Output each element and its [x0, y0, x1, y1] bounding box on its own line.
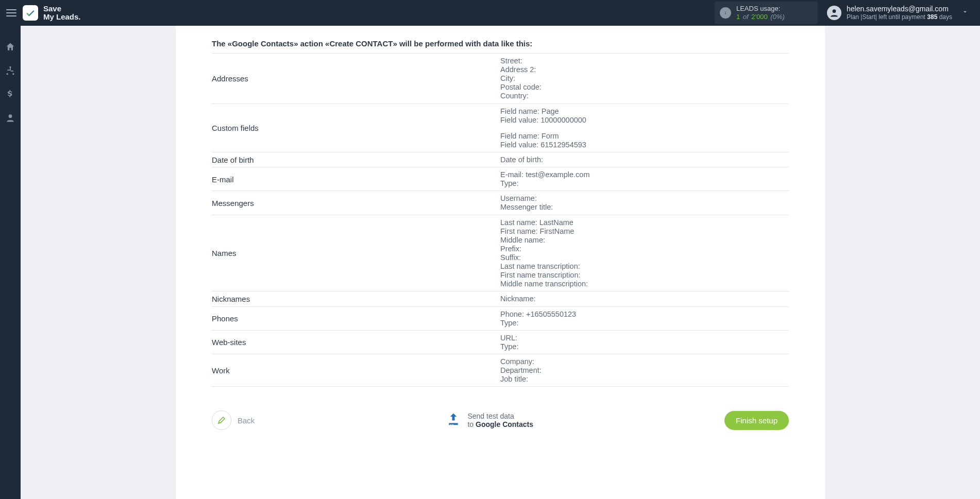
row-value-line: Type:: [500, 342, 789, 351]
brand-text: Save My Leads.: [43, 5, 81, 21]
brand-line1: Save: [43, 4, 61, 13]
row-label: Messengers: [212, 194, 500, 212]
upload-icon: [446, 411, 461, 429]
pencil-icon: [212, 410, 231, 430]
row-value-line: First name transcription:: [500, 271, 789, 280]
leads-pct: (0%): [770, 13, 784, 21]
row-values: Company:Department:Job title:: [500, 357, 789, 384]
action-preview-heading: The «Google Contacts» action «Create CON…: [212, 39, 789, 54]
row-value-line: Field value: 61512954593: [500, 141, 789, 149]
leads-title: LEADS usage:: [736, 5, 785, 13]
row-value-line: E-mail: test@example.com: [500, 170, 789, 179]
finish-setup-button[interactable]: Finish setup: [724, 411, 789, 430]
row-value-line: Field value: 10000000000: [500, 116, 789, 125]
plan-days-num: 385: [927, 13, 937, 21]
plan-prefix: Plan |Start| left until payment: [847, 13, 927, 21]
row-value-line: Field name: Form: [500, 132, 789, 141]
leads-used: 1: [736, 13, 740, 21]
row-values: Last name: LastNameFirst name: FirstName…: [500, 218, 789, 289]
sidebar-connections-icon[interactable]: [5, 65, 16, 76]
topbar: Save My Leads. LEADS usage: 1 of 2'000 (…: [0, 0, 980, 26]
preview-row: Web-sitesURL:Type:: [212, 331, 789, 354]
brand[interactable]: Save My Leads.: [23, 5, 81, 21]
row-value-line: Job title:: [500, 375, 789, 384]
preview-row: NicknamesNickname:: [212, 291, 789, 306]
preview-row: Date of birthDate of birth:: [212, 152, 789, 167]
preview-row: PhonesPhone: +16505550123Type:: [212, 307, 789, 331]
row-value-line: URL:: [500, 334, 789, 342]
row-value-line: Date of birth:: [500, 156, 789, 164]
svg-point-1: [9, 114, 12, 118]
row-label: Work: [212, 357, 500, 384]
row-value-line: Type:: [500, 319, 789, 328]
row-value-line: Messenger title:: [500, 203, 789, 212]
back-label: Back: [238, 416, 255, 425]
leads-text: LEADS usage: 1 of 2'000 (0%): [736, 5, 785, 22]
user-text: helen.savemyleads@gmail.com Plan |Start|…: [847, 5, 952, 22]
chevron-down-icon[interactable]: [961, 8, 969, 18]
user-avatar-icon: [827, 6, 841, 20]
test-line1: Send test data: [467, 412, 533, 420]
sidebar-account-icon[interactable]: [5, 112, 16, 124]
sidebar: [0, 26, 21, 499]
sidebar-billing-icon[interactable]: [5, 89, 16, 100]
row-value-line: Middle name:: [500, 236, 789, 245]
row-label: E-mail: [212, 170, 500, 188]
row-label: Names: [212, 218, 500, 289]
row-value-line: Company:: [500, 357, 789, 366]
test-text: Send test data to Google Contacts: [467, 412, 533, 428]
row-value-line: First name: FirstName: [500, 227, 789, 236]
row-value-line: Type:: [500, 179, 789, 188]
main-content: The «Google Contacts» action «Create CON…: [21, 26, 980, 499]
user-email: helen.savemyleads@gmail.com: [847, 5, 952, 14]
row-label: Phones: [212, 310, 500, 328]
test-target: Google Contacts: [476, 420, 533, 428]
row-values: Date of birth:: [500, 156, 789, 164]
row-value-line: Last name transcription:: [500, 262, 789, 271]
row-value-line: Country:: [500, 92, 789, 100]
row-value-line: Prefix:: [500, 245, 789, 253]
row-label: Custom fields: [212, 107, 500, 149]
row-label: Date of birth: [212, 156, 500, 164]
brand-logo-icon: [23, 5, 38, 21]
row-label: Addresses: [212, 57, 500, 101]
row-value-line: Field name: Page: [500, 107, 789, 116]
row-values: Street:Address 2:City:Postal code:Countr…: [500, 57, 789, 101]
content-card: The «Google Contacts» action «Create CON…: [176, 26, 825, 499]
preview-row: MessengersUsername:Messenger title:: [212, 191, 789, 215]
info-icon: [720, 7, 731, 19]
footer-actions: Back Send test data to Google Contacts F…: [176, 410, 825, 430]
hamburger-menu-icon[interactable]: [6, 7, 16, 19]
svg-point-2: [450, 424, 452, 426]
sidebar-home-icon[interactable]: [5, 41, 16, 53]
row-value-line: Department:: [500, 366, 789, 375]
preview-row: AddressesStreet:Address 2:City:Postal co…: [212, 54, 789, 104]
preview-row: WorkCompany:Department:Job title:: [212, 354, 789, 387]
svg-point-0: [833, 9, 836, 13]
preview-row: NamesLast name: LastNameFirst name: Firs…: [212, 215, 789, 292]
user-plan: Plan |Start| left until payment 385 days: [847, 13, 952, 21]
leads-total: 2'000: [751, 13, 767, 21]
row-value-line: Nickname:: [500, 295, 789, 303]
row-values: Phone: +16505550123Type:: [500, 310, 789, 328]
brand-line2: My Leads.: [43, 12, 81, 21]
row-values: Username:Messenger title:: [500, 194, 789, 212]
row-label: Nicknames: [212, 295, 500, 303]
svg-point-3: [452, 424, 454, 426]
preview-row: Custom fieldsField name: PageField value…: [212, 104, 789, 152]
send-test-button[interactable]: Send test data to Google Contacts: [446, 411, 533, 429]
leads-usage-box[interactable]: LEADS usage: 1 of 2'000 (0%): [715, 2, 818, 25]
leads-of: of: [743, 13, 749, 21]
row-value-line: Street:: [500, 57, 789, 65]
row-value-line: Username:: [500, 194, 789, 203]
user-menu[interactable]: helen.savemyleads@gmail.com Plan |Start|…: [827, 5, 969, 22]
back-button[interactable]: Back: [212, 410, 255, 430]
row-value-line: Address 2:: [500, 65, 789, 74]
row-values: Nickname:: [500, 295, 789, 303]
preview-rows: AddressesStreet:Address 2:City:Postal co…: [212, 54, 789, 387]
row-values: URL:Type:: [500, 334, 789, 351]
row-value-line: Phone: +16505550123: [500, 310, 789, 319]
row-value-line: Last name: LastName: [500, 218, 789, 227]
row-value-line: Suffix:: [500, 253, 789, 262]
test-to: to: [467, 420, 476, 428]
